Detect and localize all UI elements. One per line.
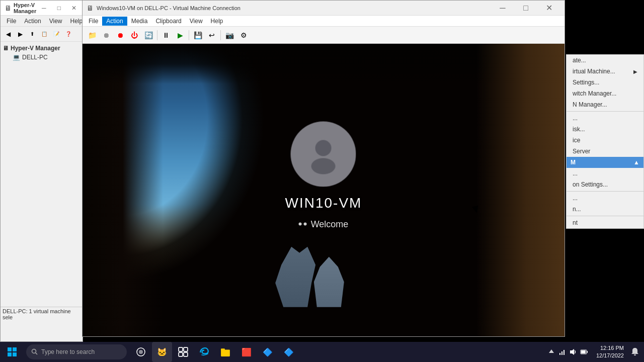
hyperv-up-btn[interactable]: ⬆ xyxy=(27,29,38,40)
vm-toolbar-stop-btn[interactable]: ⏺ xyxy=(100,29,113,42)
context-item-label: ... xyxy=(573,115,578,122)
volume-icon[interactable] xyxy=(569,348,577,356)
vm-toolbar-pause-btn[interactable]: ⏸ xyxy=(159,29,173,42)
hyperv-titlebar: 🖥 Hyper-V Manager ─ □ ✕ xyxy=(1,1,83,16)
vm-menu-help[interactable]: Help xyxy=(207,17,227,26)
context-menu-create[interactable]: ate... xyxy=(567,55,643,66)
vm-menu-view[interactable]: View xyxy=(186,17,207,26)
taskbar-right: 12:16 PM 12/17/2022 xyxy=(548,344,644,360)
hyperv-menu-action[interactable]: Action xyxy=(20,17,45,26)
context-menu-virtual-machine[interactable]: irtual Machine... ▶ xyxy=(567,66,643,77)
notification-icon[interactable] xyxy=(630,347,640,357)
taskbar-cat-icon[interactable]: 🐱 xyxy=(152,342,172,362)
vm-toolbar-record-btn[interactable]: ⏺ xyxy=(114,29,127,42)
hyperv-minimize-btn[interactable]: ─ xyxy=(36,3,51,14)
context-menu-settings[interactable]: Settings... xyxy=(567,77,643,88)
app2-icon: 🔷 xyxy=(263,347,273,357)
hyperv-tree-child-dellpc[interactable]: 💻 DELL-PC xyxy=(3,53,80,62)
vm-toolbar: 📁 ⏺ ⏺ ⏻ 🔄 ⏸ ▶ 💾 ↩ 📷 ⚙ xyxy=(83,27,565,44)
action-context-menu: ate... irtual Machine... ▶ Settings... w… xyxy=(566,54,644,229)
user-avatar-icon xyxy=(303,134,344,174)
vm-toolbar-sep1 xyxy=(157,30,157,40)
context-menu-vm-section: M ▲ xyxy=(567,157,643,168)
vm-menu-media[interactable]: Media xyxy=(127,17,152,26)
up-arrow-icon[interactable] xyxy=(548,348,555,355)
hyperv-maximize-btn[interactable]: □ xyxy=(51,3,66,14)
user-login-container[interactable]: WIN10-VM Welcome xyxy=(285,121,362,229)
hyperv-menu-file[interactable]: File xyxy=(3,17,20,26)
hyperv-status: DELL-PC: 1 virtual machine sele xyxy=(1,307,84,321)
hyperv-forward-btn[interactable]: ▶ xyxy=(15,29,26,40)
hyperv-back-btn[interactable]: ◀ xyxy=(3,29,14,40)
context-menu-connect[interactable]: n... xyxy=(567,204,643,215)
cortana-icon xyxy=(136,347,146,357)
context-item-label: witch Manager... xyxy=(573,90,616,97)
vm-minimize-btn[interactable]: ─ xyxy=(491,1,514,16)
context-menu-vm1[interactable]: ... xyxy=(567,168,643,179)
svg-rect-5 xyxy=(13,352,17,356)
hyperv-help-btn[interactable]: ❓ xyxy=(63,29,74,40)
vm-maximize-btn[interactable]: □ xyxy=(514,1,537,16)
hyperv-manager-window: 🖥 Hyper-V Manager ─ □ ✕ File Action View… xyxy=(0,0,83,342)
taskbar-app1-icon[interactable]: 🟥 xyxy=(236,342,257,362)
context-menu-san-manager[interactable]: N Manager... xyxy=(567,99,643,110)
vm-title: Windows10-VM on DELL-PC - Virtual Machin… xyxy=(97,5,240,11)
search-placeholder: Type here to search xyxy=(41,348,95,355)
taskbar-app2-icon[interactable]: 🔷 xyxy=(258,342,278,362)
vm-toolbar-off-btn[interactable]: ⏻ xyxy=(128,29,141,42)
svg-rect-12 xyxy=(179,352,183,356)
taskbar-search[interactable]: Type here to search xyxy=(26,344,127,359)
context-item-label: ice xyxy=(573,137,580,144)
svg-marker-20 xyxy=(570,349,574,355)
svg-point-1 xyxy=(311,158,336,174)
svg-rect-22 xyxy=(587,351,588,353)
taskbar-clock[interactable]: 12:16 PM 12/17/2022 xyxy=(592,344,628,360)
vm-titlebar: 🖥 Windows10-VM on DELL-PC - Virtual Mach… xyxy=(83,1,565,16)
context-item-label: nt xyxy=(573,219,578,226)
taskbar-explorer-icon[interactable] xyxy=(215,342,235,362)
context-menu-server[interactable]: Server xyxy=(567,146,643,157)
taskbar: Type here to search 🐱 xyxy=(0,342,644,362)
vm-menu-file[interactable]: File xyxy=(85,17,102,26)
context-menu-connection-settings[interactable]: on Settings... xyxy=(567,179,643,190)
vm-toolbar-snap-btn[interactable]: 📷 xyxy=(223,29,236,42)
context-item-label: n... xyxy=(573,206,581,213)
taskbar-cortana-icon[interactable] xyxy=(131,342,151,362)
vm-menu-action[interactable]: Action xyxy=(102,17,127,26)
vm-menu-clipboard[interactable]: Clipboard xyxy=(151,17,185,26)
context-menu-switch-manager[interactable]: witch Manager... xyxy=(567,88,643,99)
vm-close-btn[interactable]: ✕ xyxy=(537,1,560,16)
context-menu-service[interactable]: ice xyxy=(567,135,643,146)
hyperv-tree-root[interactable]: 🖥 Hyper-V Manager xyxy=(3,44,80,53)
hyperv-tree-child-label: DELL-PC xyxy=(22,54,48,61)
hyperv-show-btn[interactable]: 📋 xyxy=(39,29,50,40)
context-menu-vm3[interactable]: ... xyxy=(567,193,643,204)
battery-icon[interactable] xyxy=(580,348,588,356)
context-item-label: on Settings... xyxy=(573,181,608,188)
taskbar-taskview-icon[interactable] xyxy=(173,342,193,362)
taskbar-edge-icon[interactable] xyxy=(194,342,214,362)
vm-toolbar-reset-btn[interactable]: 🔄 xyxy=(142,29,155,42)
windows-logo-icon xyxy=(7,347,17,357)
network-icon[interactable] xyxy=(558,348,566,356)
vm-toolbar-config-btn[interactable]: ⚙ xyxy=(237,29,250,42)
vm-titlebar-icon: 🖥 xyxy=(87,4,94,12)
context-menu-nt[interactable]: nt xyxy=(567,217,643,228)
vm-toolbar-sep3 xyxy=(220,30,221,40)
vm-toolbar-play-btn[interactable]: ▶ xyxy=(174,29,187,42)
taskbar-pinned-apps: 🐱 🟥 🔷 xyxy=(131,342,299,362)
vm-screen[interactable]: WIN10-VM Welcome xyxy=(83,44,565,336)
edge-icon xyxy=(199,347,209,357)
hyperv-close-btn[interactable]: ✕ xyxy=(66,3,82,14)
vm-toolbar-save-btn[interactable]: 💾 xyxy=(191,29,204,42)
start-button[interactable] xyxy=(0,342,24,362)
context-menu-disk[interactable]: isk... xyxy=(567,124,643,135)
context-menu-item1[interactable]: ... xyxy=(567,113,643,124)
hyperv-properties-btn[interactable]: 📝 xyxy=(51,29,62,40)
task-view-icon xyxy=(178,347,188,357)
app3-icon: 🔷 xyxy=(284,347,294,357)
vm-toolbar-folder-btn[interactable]: 📁 xyxy=(86,29,99,42)
taskbar-app3-icon[interactable]: 🔷 xyxy=(279,342,299,362)
hyperv-menu-view[interactable]: View xyxy=(45,17,66,26)
vm-toolbar-revert-btn[interactable]: ↩ xyxy=(205,29,218,42)
